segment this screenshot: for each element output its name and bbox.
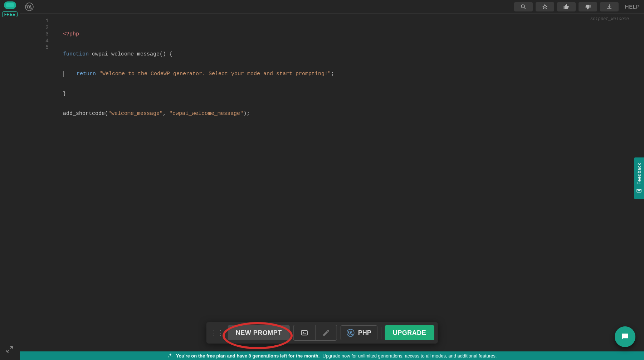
help-link[interactable]: HELP	[624, 4, 641, 10]
language-label: PHP	[358, 329, 371, 337]
sparkle-icon	[167, 353, 173, 359]
banner-upgrade-link[interactable]: Upgrade now for unlimited generations, a…	[322, 353, 497, 359]
chat-icon	[620, 332, 630, 341]
favorite-button[interactable]	[536, 2, 554, 11]
expand-icon[interactable]	[5, 345, 14, 354]
chat-fab[interactable]	[615, 326, 635, 347]
top-toolbar: HELP	[20, 0, 644, 14]
svg-point-1	[521, 5, 525, 8]
new-prompt-button[interactable]: NEW PROMPT	[228, 325, 290, 340]
edit-mode-button[interactable]	[315, 325, 337, 340]
mail-icon	[636, 188, 642, 194]
download-button[interactable]	[600, 2, 619, 11]
plan-banner: You're on the free plan and have 8 gener…	[20, 351, 644, 360]
svg-rect-2	[301, 331, 307, 335]
line-gutter: 1 2 3 4 5	[20, 18, 56, 51]
feedback-tab[interactable]: Feedback	[634, 157, 644, 199]
bottom-toolbar: ⋮⋮ NEW PROMPT PHP UPGRADE	[206, 322, 438, 344]
language-selector[interactable]: PHP	[341, 325, 377, 340]
line-number: 3	[20, 31, 49, 38]
banner-bold-text: You're on the free plan and have 8 gener…	[176, 353, 320, 359]
thumbs-up-button[interactable]	[557, 2, 576, 11]
upgrade-button[interactable]: UPGRADE	[385, 325, 434, 340]
drag-handle-icon[interactable]: ⋮⋮	[210, 329, 224, 337]
line-number: 1	[20, 18, 49, 25]
line-number: 2	[20, 25, 49, 31]
wordpress-icon[interactable]	[25, 3, 34, 11]
code-editor[interactable]: snippet_welcome 1 2 3 4 5 <?php function…	[20, 14, 644, 351]
left-sidebar: FREE	[0, 0, 20, 360]
free-plan-badge: FREE	[2, 11, 18, 17]
feedback-label: Feedback	[636, 163, 642, 185]
search-button[interactable]	[514, 2, 533, 11]
code-content[interactable]: <?php function cwpai_welcome_message() {…	[63, 18, 644, 131]
divider	[381, 327, 381, 339]
mode-button-group	[293, 325, 337, 341]
app-logo[interactable]	[4, 1, 16, 9]
wordpress-icon	[347, 329, 355, 337]
line-number: 5	[20, 44, 49, 51]
thumbs-down-button[interactable]	[579, 2, 597, 11]
terminal-mode-button[interactable]	[294, 325, 315, 340]
line-number: 4	[20, 38, 49, 45]
